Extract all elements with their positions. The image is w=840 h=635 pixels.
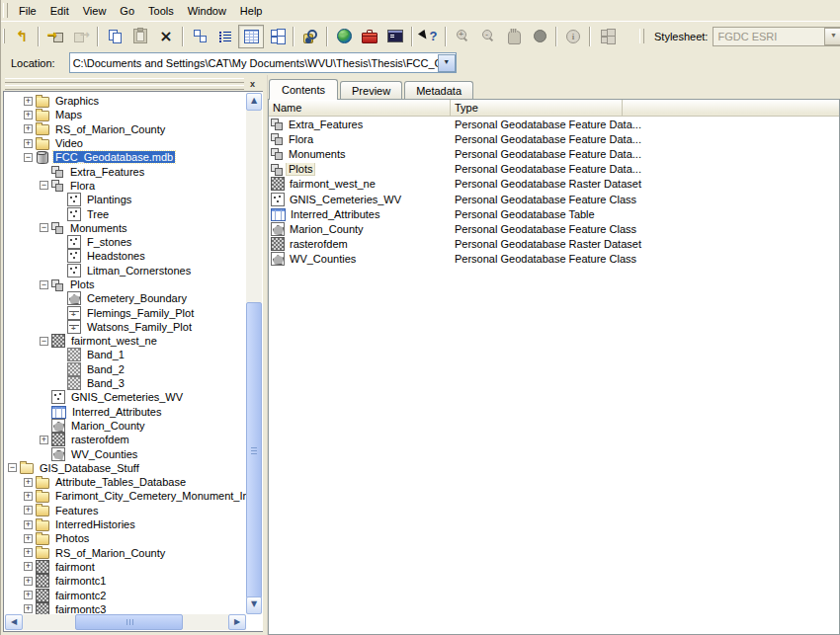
table-row[interactable]: rasterofdemPersonal Geodatabase Raster D… [269, 237, 839, 252]
collapse-toggle-icon[interactable]: − [24, 153, 33, 162]
tree-item[interactable]: +Farimont_City_Cemetery_Monument_Info [5, 489, 246, 503]
expand-toggle-icon[interactable]: + [24, 111, 33, 119]
launch-arcmap-button[interactable] [331, 25, 357, 48]
table-row[interactable]: Extra_FeaturesPersonal Geodatabase Featu… [269, 117, 839, 131]
stylesheet-dropdown[interactable]: FGDC ESRI ▼ [713, 27, 840, 46]
copy-button[interactable] [102, 25, 127, 48]
location-input[interactable]: C:\Documents and Settings\CAT\My Documen… [69, 52, 457, 73]
tree-item[interactable]: Watsons_Family_Plot [5, 320, 246, 334]
tree-item[interactable]: −GIS_Database_Stuff [5, 461, 246, 475]
tree-item[interactable]: +fairmontc3 [5, 602, 246, 614]
menu-edit[interactable]: Edit [43, 3, 76, 20]
menu-go[interactable]: Go [113, 3, 141, 20]
menu-help[interactable]: Help [233, 3, 270, 20]
tree-item[interactable]: −Flora [5, 179, 246, 193]
tree-item[interactable]: Interred_Attributes [5, 405, 246, 419]
menu-window[interactable]: Window [181, 3, 233, 20]
command-line-window-button[interactable] [382, 25, 408, 48]
table-row[interactable]: Interred_AttributesPersonal Geodatabase … [269, 206, 839, 221]
tree-item[interactable]: Flemings_Family_Plot [5, 305, 246, 319]
table-row[interactable]: MonumentsPersonal Geodatabase Feature Da… [269, 146, 839, 161]
tree-item[interactable]: +Features [5, 504, 246, 517]
tree-item[interactable]: +Video [5, 136, 246, 150]
tree-vertical-scrollbar[interactable]: ▲ ▼ [246, 93, 262, 614]
arctoolbox-button[interactable] [357, 25, 382, 48]
horizontal-scroll-thumb[interactable] [75, 614, 183, 630]
table-row[interactable]: FloraPersonal Geodatabase Feature Data..… [269, 131, 839, 146]
tree-item[interactable]: −Monuments [5, 221, 246, 235]
expand-toggle-icon[interactable]: + [24, 534, 33, 543]
expand-toggle-icon[interactable]: + [24, 97, 33, 106]
large-icons-button[interactable] [187, 25, 212, 48]
table-row[interactable]: fairmont_west_nePersonal Geodatabase Ras… [269, 177, 839, 192]
tree-item[interactable]: +InterredHistories [5, 517, 246, 531]
tree-item[interactable]: Headstones [5, 249, 246, 263]
tree-item[interactable]: Band_1 [5, 348, 246, 361]
search-button[interactable] [297, 25, 323, 48]
table-row[interactable]: PlotsPersonal Geodatabase Feature Data..… [269, 162, 839, 177]
tree-item[interactable]: WV_Counties [5, 446, 246, 460]
table-row[interactable]: GNIS_Cemeteries_WVPersonal Geodatabase F… [269, 192, 839, 206]
expand-toggle-icon[interactable]: + [24, 548, 33, 557]
location-dropdown-arrow-icon[interactable]: ▼ [438, 54, 456, 72]
expand-toggle-icon[interactable]: + [24, 139, 33, 148]
column-header-name[interactable]: Name [269, 100, 451, 117]
whats-this-help-button[interactable] [416, 25, 442, 48]
table-row[interactable]: Marion_CountyPersonal Geodatabase Featur… [269, 221, 839, 236]
tree-item[interactable]: +Attribute_Tables_Database [5, 475, 246, 489]
tree-item[interactable]: +RS_of_Marion_County [5, 122, 246, 136]
close-icon[interactable]: x [245, 78, 260, 92]
scroll-left-icon[interactable]: ◀ [5, 614, 23, 630]
tree-item[interactable]: F_stones [5, 235, 246, 249]
details-button[interactable] [238, 25, 264, 48]
column-header-type[interactable]: Type [451, 100, 623, 117]
scroll-right-icon[interactable]: ▶ [228, 614, 246, 630]
tree-item[interactable]: +rasterofdem [5, 433, 246, 446]
tree-item[interactable]: −fairmont_west_ne [5, 334, 246, 348]
tree-item[interactable]: +Photos [5, 531, 246, 545]
menu-tools[interactable]: Tools [141, 3, 181, 20]
menu-view[interactable]: View [76, 3, 114, 20]
tab-metadata[interactable]: Metadata [404, 81, 473, 100]
tree-item[interactable]: Tree [5, 206, 246, 220]
expand-toggle-icon[interactable]: + [24, 520, 33, 529]
stylesheet-dropdown-arrow-icon[interactable]: ▼ [824, 28, 840, 45]
collapse-toggle-icon[interactable]: − [40, 280, 48, 289]
scroll-down-icon[interactable]: ▼ [246, 596, 262, 614]
scroll-up-icon[interactable]: ▲ [246, 93, 262, 111]
tree-item[interactable]: Band_3 [5, 376, 246, 390]
vertical-scroll-thumb[interactable] [246, 302, 262, 598]
tree-item[interactable]: +fairmont [5, 560, 246, 574]
panel-gripper[interactable] [5, 78, 244, 83]
tree-item[interactable]: +Graphics [5, 94, 246, 108]
expand-toggle-icon[interactable]: + [24, 506, 33, 515]
delete-button[interactable]: × [153, 25, 179, 48]
up-one-level-button[interactable]: ↰ [9, 25, 35, 48]
expand-toggle-icon[interactable]: + [24, 577, 33, 586]
tree-item[interactable]: Litman_Cornerstones [5, 264, 246, 278]
expand-toggle-icon[interactable]: + [24, 604, 33, 613]
collapse-toggle-icon[interactable]: − [8, 463, 17, 472]
collapse-toggle-icon[interactable]: − [40, 337, 48, 346]
panel-gripper[interactable] [5, 85, 244, 90]
expand-toggle-icon[interactable]: + [24, 124, 33, 133]
thumbnails-button[interactable] [264, 25, 290, 48]
tree-item[interactable]: Plantings [5, 193, 246, 206]
tree-item[interactable]: +fairmontc1 [5, 574, 246, 588]
collapse-toggle-icon[interactable]: − [40, 223, 48, 232]
tree-item[interactable]: −FCC_Geodatabase.mdb [5, 150, 246, 164]
tree-item[interactable]: Marion_County [5, 419, 246, 433]
expand-toggle-icon[interactable]: + [40, 436, 48, 444]
tree-item[interactable]: GNIS_Cemeteries_WV [5, 390, 246, 404]
tree-horizontal-scrollbar[interactable]: ◀ ▶ [5, 614, 246, 630]
tab-contents[interactable]: Contents [269, 79, 338, 100]
expand-toggle-icon[interactable]: + [24, 562, 33, 571]
tree-item[interactable]: +RS_of_Marion_County [5, 546, 246, 560]
expand-toggle-icon[interactable]: + [24, 591, 33, 599]
tree-item[interactable]: Band_2 [5, 362, 246, 376]
menu-file[interactable]: File [12, 3, 43, 20]
list-button[interactable] [212, 25, 238, 48]
tree-item[interactable]: Extra_Features [5, 164, 246, 178]
tab-preview[interactable]: Preview [340, 81, 402, 100]
tree-item[interactable]: −Plots [5, 278, 246, 291]
